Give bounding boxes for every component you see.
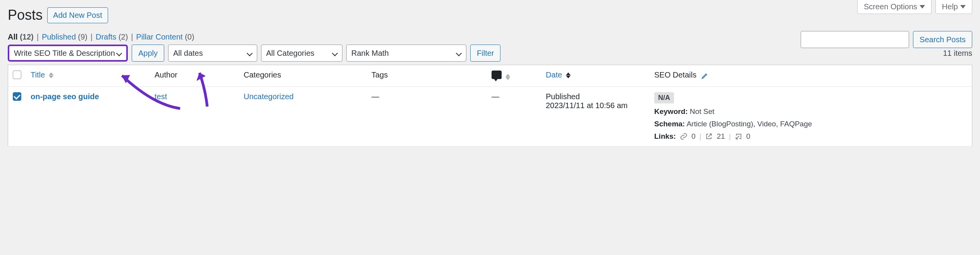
row-checkbox[interactable] [13,92,21,101]
author-link[interactable]: test [155,92,167,101]
filter-pillar-content[interactable]: Pillar Content (0) [136,33,194,41]
column-author: Author [150,65,239,87]
date-cell: Published 2023/11/11 at 10:56 am [541,87,650,146]
column-comments[interactable] [487,65,541,87]
help-label: Help [942,2,958,11]
chevron-down-icon [456,50,462,56]
seo-details-cell: N/A Keyword: Not Set Schema: Article (Bl… [650,87,972,146]
screen-options-label: Screen Options [864,2,917,11]
apply-button[interactable]: Apply [132,45,164,62]
add-new-post-button[interactable]: Add New Post [47,7,108,23]
incoming-link-icon [735,133,743,140]
column-categories: Categories [239,65,367,87]
items-count: 11 items [943,49,972,58]
screen-options-toggle[interactable]: Screen Options [857,0,932,14]
filter-button[interactable]: Filter [470,45,500,62]
chevron-down-icon [332,50,338,56]
sort-icon [49,72,53,78]
chevron-down-icon [960,5,966,9]
tags-cell: — [367,87,487,146]
post-title-link[interactable]: on-page seo guide [31,92,99,101]
filter-published[interactable]: Published (9) [42,33,88,41]
external-link-icon [705,133,713,140]
posts-table: Title Author Categories Tags Date SEO De… [8,65,972,146]
bulk-action-select[interactable]: Write SEO Title & Description [8,45,128,62]
dates-filter-select[interactable]: All dates [168,45,257,62]
chevron-down-icon [116,50,122,56]
category-link[interactable]: Uncategorized [244,92,294,101]
page-title: Posts [8,7,43,23]
comment-icon [492,71,502,79]
sort-icon [566,72,571,78]
filter-all[interactable]: All (12) [8,33,34,41]
chevron-down-icon [920,5,925,9]
link-icon [680,133,688,140]
chevron-down-icon [247,50,253,56]
help-toggle[interactable]: Help [935,0,972,14]
filter-drafts[interactable]: Drafts (2) [96,33,128,41]
pencil-icon[interactable] [701,72,709,79]
bulk-action-value: Write SEO Title & Description [14,49,115,58]
search-input[interactable] [801,31,909,48]
column-tags: Tags [367,65,487,87]
table-row: on-page seo guide test Uncategorized — —… [8,87,972,146]
seo-score-badge: N/A [654,92,674,103]
comments-cell: — [487,87,541,146]
categories-filter-select[interactable]: All Categories [261,45,342,62]
column-title[interactable]: Title [26,65,150,87]
rankmath-filter-select[interactable]: Rank Math [346,45,466,62]
sort-icon [505,74,510,80]
select-all-checkbox[interactable] [13,71,21,79]
column-date[interactable]: Date [541,65,650,87]
search-posts-button[interactable]: Search Posts [913,31,972,48]
column-seo-details: SEO Details [650,65,972,87]
